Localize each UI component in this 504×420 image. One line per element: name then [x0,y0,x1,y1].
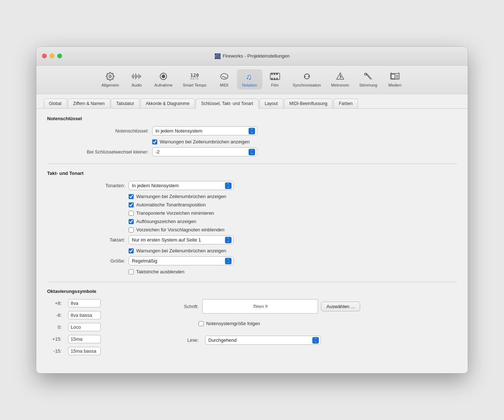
tab-layout[interactable]: Layout [259,98,283,108]
cb-automatisch-row: Automatische Tonarttransposition [129,202,457,207]
taktart-select[interactable]: Nur im ersten System auf Seite 1 [129,235,234,244]
groesse-row: Größe: Regelmäßig [47,256,457,265]
checkbox-notensystem[interactable] [199,321,204,326]
tab-akkorde[interactable]: Akkorde & Diagramme [140,98,195,108]
svg-line-17 [367,74,372,79]
input-plus8[interactable] [68,299,101,307]
notenschluessel-select[interactable]: In jedem Notensystem [152,126,257,135]
label-tonarten: Tonarten: [47,183,125,188]
checkbox-warnungen-taktart[interactable] [129,248,134,253]
input-0[interactable] [68,323,101,331]
tab-tabulatur[interactable]: Tabulatur [111,98,139,108]
cb-warnungen-taktart-row: Warnungen bei Zeilenumbrüchen anzeigen [129,248,457,253]
checkbox-warnungen[interactable] [152,139,157,144]
title-icon: 🎆 [214,53,221,59]
svg-rect-20 [391,74,395,79]
content-area: Notenschlüssel Notenschlüssel: In jedem … [36,109,468,373]
cb-vorzeichen-label: Vorzeichen für Vorschlagnoten einblenden [136,227,225,232]
svg-point-0 [109,75,111,77]
input-plus15[interactable] [68,335,101,343]
cb-taktstriche-label: Taktstriche ausblenden [136,269,184,274]
svg-point-3 [162,75,165,78]
cb-warnungen-tonart-label: Warnungen bei Zeilenumbrüchen anzeigen [136,194,226,199]
tabs-bar: Global Ziffern & Namen Tabulatur Akkorde… [36,94,468,109]
toolbar-item-midi[interactable]: MIDI [212,69,237,89]
row-minus8: -8: [47,311,101,319]
toolbar-item-allgemein[interactable]: Allgemein [96,69,124,89]
titlebar: 🎆 Fireworks - Projekteinstellungen [36,47,468,66]
checkbox-warnungen-tonart[interactable] [129,194,134,199]
label-plus15: +15: [47,336,62,342]
taktart-select-wrapper: Nur im ersten System auf Seite 1 [129,235,234,244]
film-icon [270,71,280,81]
schluessel-select[interactable]: -2 [152,147,257,156]
svg-rect-10 [271,78,272,80]
checkbox-automatisch[interactable] [129,202,134,207]
toolbar-item-notation[interactable]: ♫ Notation [237,69,262,89]
tab-global[interactable]: Global [43,98,67,108]
traffic-lights [42,54,62,58]
minimize-button[interactable] [50,54,54,58]
label-plus8: +8: [47,301,62,306]
checkbox-warnungen-row: Warnungen bei Zeilenumbrüchen anzeigen [152,139,457,144]
section-title-takttonart: Takt- und Tonart [47,171,457,176]
toolbar-item-smart-tempo[interactable]: 120 AUTO Smart Tempo [178,69,211,89]
label-minus8: -8: [47,312,62,318]
linie-select-wrapper: Durchgehend [205,336,321,345]
checkbox-transponiert[interactable] [129,211,134,216]
toolbar-item-medien[interactable]: Medien [382,69,408,89]
svg-line-16 [366,74,371,79]
close-button[interactable] [42,54,47,58]
input-minus15[interactable] [68,347,101,355]
groesse-select[interactable]: Regelmäßig [129,256,234,265]
section-takttonart: Takt- und Tonart Tonarten: In jedem Note… [47,171,457,274]
toolbar-item-film[interactable]: Film [262,69,288,89]
tab-midi-bee[interactable]: MIDI-Beeinflussung [284,98,333,108]
checkbox-taktstriche[interactable] [129,269,134,274]
toolbar-item-metronom[interactable]: Metronom [326,69,354,89]
tuning-icon [364,71,372,81]
notenschluessel-row: Notenschlüssel: In jedem Notensystem [47,126,457,135]
toolbar-item-synchronisation[interactable]: Synchronisation [288,69,326,89]
section-notenschluessel: Notenschlüssel Notenschlüssel: In jedem … [47,116,457,156]
tab-ziffern[interactable]: Ziffern & Namen [68,98,110,108]
cb-vorzeichen-row: Vorzeichen für Vorschlagnoten einblenden [129,227,457,232]
maximize-button[interactable] [57,54,62,58]
cb-taktstriche-row: Taktstriche ausblenden [129,269,457,274]
label-0: 0: [47,324,62,330]
svg-point-4 [221,74,228,79]
tonarten-select-wrapper: In jedem Notensystem [129,181,234,190]
schluessel-select-wrapper: -2 [152,147,257,156]
auswaehlen-button[interactable]: Auswählen ... [321,302,360,311]
label-linie: Linie: [151,337,199,343]
linie-select[interactable]: Durchgehend [205,336,321,345]
checkbox-aufloesungs[interactable] [129,219,134,224]
tab-schluessel[interactable]: Schlüssel, Takt- und Tonart [196,98,259,109]
checkbox-warnungen-label: Warnungen bei Zeilenumbrüchen anzeigen [160,139,250,144]
midi-icon [220,71,229,81]
linie-row: Linie: Durchgehend [151,336,457,345]
row-plus8: +8: [47,299,101,307]
audio-icon [132,71,142,81]
window-title: 🎆 Fireworks - Projekteinstellungen [214,53,290,59]
svg-text:♫: ♫ [246,72,252,81]
svg-rect-12 [276,78,278,80]
schluessel-row: Bei Schlüsselwechsel kleiner: -2 [47,147,457,156]
cb-aufloesungs-label: Auflösungszeichen anzeigen [136,219,196,224]
gear-icon [106,71,114,81]
checkbox-vorzeichen[interactable] [129,227,134,232]
oktav-col-left: +8: -8: 0: +15: [47,299,101,359]
schrift-row: Schrift: Times 9 Auswählen ... [151,299,457,314]
divider-2 [47,282,457,282]
main-window: 🎆 Fireworks - Projekteinstellungen Allge… [36,47,468,373]
label-notenschluessel: Notenschlüssel: [47,128,149,134]
notenschluessel-select-wrapper: In jedem Notensystem [152,126,257,135]
tonarten-select[interactable]: In jedem Notensystem [129,181,234,190]
tab-farben[interactable]: Farben [333,98,358,108]
toolbar: Allgemein Audio Aufnahme [36,66,468,94]
svg-rect-9 [276,73,278,75]
toolbar-item-audio[interactable]: Audio [124,69,149,89]
toolbar-item-stimmung[interactable]: Stimmung [354,69,382,89]
toolbar-item-aufnahme[interactable]: Aufnahme [149,69,178,89]
input-minus8[interactable] [68,311,101,319]
